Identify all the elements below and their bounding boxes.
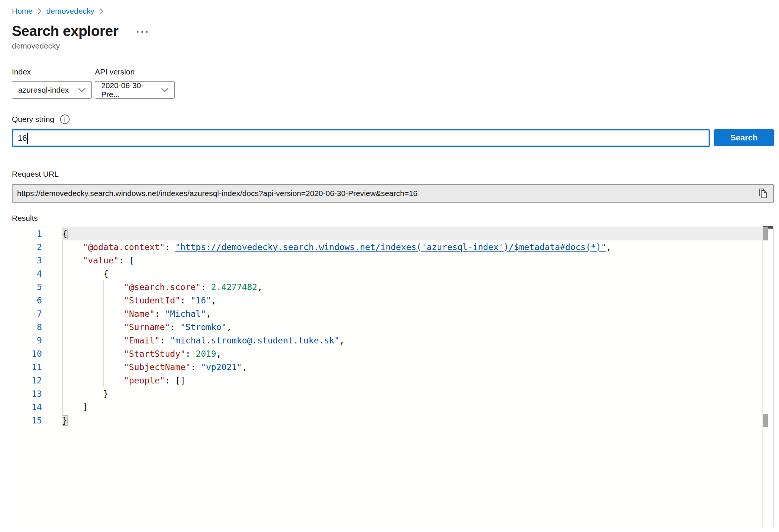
line-number: 8: [12, 320, 62, 334]
code-token: "vp2021": [201, 362, 242, 372]
request-url-value: https://demovedecky.search.windows.net/i…: [17, 189, 756, 198]
code-token: :: [165, 242, 175, 252]
indent-guide-line: [62, 267, 63, 280]
breadcrumb-item-demovedecky[interactable]: demovedecky: [46, 7, 95, 16]
code-token: : [: [119, 256, 134, 265]
code-line[interactable]: 4 {: [12, 267, 762, 280]
code-line-content: }: [62, 414, 762, 427]
overview-ruler-scrollbar[interactable]: [762, 226, 773, 527]
code-line[interactable]: 1{: [12, 227, 762, 240]
code-line[interactable]: 11 "SubjectName": "vp2021",: [12, 360, 762, 374]
line-number: 4: [12, 267, 62, 280]
indent-guide-line: [103, 320, 104, 334]
indent-guide-line: [103, 360, 104, 374]
code-line[interactable]: 10 "StartStudy": 2019,: [12, 347, 762, 360]
breadcrumb-chevron-icon: [99, 7, 104, 15]
code-line[interactable]: 9 "Email": "michal.stromko@.student.tuke…: [12, 334, 762, 347]
code-token: 2019: [196, 349, 216, 359]
code-token: ,: [242, 362, 247, 372]
indent-guide-line: [83, 294, 83, 307]
code-line-content: {: [62, 227, 762, 240]
line-number: 5: [12, 280, 62, 294]
controls-row: Index azuresql-index API version 2020-06…: [12, 67, 774, 99]
code-token: "16": [190, 296, 211, 305]
indent-guide-line: [62, 374, 63, 387]
line-number: 7: [12, 307, 62, 320]
code-line[interactable]: 8 "Surname": "Stromko",: [12, 320, 762, 334]
code-line[interactable]: 5 "@search.score": 2.4277482,: [12, 280, 762, 294]
indent-guide-line: [103, 347, 104, 360]
code-line-content: "@search.score": 2.4277482,: [62, 280, 762, 294]
search-explorer-page: Home demovedecky Search explorer ··· dem…: [0, 0, 779, 527]
code-token: "Email": [124, 336, 160, 345]
text-caret: [27, 133, 28, 144]
code-token: ,: [339, 336, 345, 345]
indent-guide-line: [103, 280, 104, 294]
breadcrumb: Home demovedecky: [12, 7, 774, 16]
index-label: Index: [12, 67, 92, 76]
code-line[interactable]: 3 "value": [: [12, 254, 762, 267]
api-version-label: API version: [95, 67, 175, 76]
code-line[interactable]: 7 "Name": "Michal",: [12, 307, 762, 320]
breadcrumb-item-home[interactable]: Home: [12, 7, 33, 16]
code-line-content: "SubjectName": "vp2021",: [62, 360, 762, 374]
code-line-content: "StartStudy": 2019,: [62, 347, 762, 360]
line-number: 12: [12, 374, 62, 387]
indent-guide-line: [62, 320, 63, 334]
code-token: ,: [216, 349, 221, 359]
indent-guide-line: [103, 334, 104, 347]
code-line[interactable]: 2 "@odata.context": "https://demovedecky…: [12, 240, 762, 254]
code-line[interactable]: 14 ]: [12, 400, 762, 414]
index-dropdown[interactable]: azuresql-index: [12, 81, 92, 99]
request-url-bar: https://demovedecky.search.windows.net/i…: [12, 184, 774, 203]
indent-guide-line: [83, 307, 83, 320]
breadcrumb-chevron-icon: [37, 7, 42, 15]
indent-guide-line: [62, 347, 63, 360]
line-number: 9: [12, 334, 62, 347]
code-line[interactable]: 15}: [12, 414, 762, 427]
indent-guide-line: [83, 320, 83, 334]
code-token: "StudentId": [124, 296, 180, 305]
code-token: "Name": [124, 309, 155, 319]
indent-guide-line: [83, 374, 83, 387]
indent-guide-line: [62, 280, 63, 294]
indent-guide-line: [62, 240, 63, 254]
line-number: 2: [12, 240, 62, 254]
code-token: "value": [83, 256, 119, 265]
copy-icon[interactable]: [756, 186, 770, 200]
code-token: }: [62, 416, 67, 425]
index-dropdown-value: azuresql-index: [18, 86, 69, 94]
code-line[interactable]: 12 "people": []: [12, 374, 762, 387]
code-line[interactable]: 13 }: [12, 387, 762, 400]
indent-guide-line: [62, 387, 63, 400]
bracket-match-marker: [763, 414, 768, 427]
code-token: :: [170, 322, 180, 332]
code-line-content: ]: [62, 400, 762, 414]
code-line[interactable]: 6 "StudentId": "16",: [12, 294, 762, 307]
line-number: 11: [12, 360, 62, 374]
info-icon[interactable]: [60, 114, 70, 124]
code-token: "Michal": [165, 309, 206, 319]
results-editor[interactable]: 1{2 "@odata.context": "https://demovedec…: [12, 226, 774, 527]
indent-guide-line: [62, 334, 63, 347]
code-token: {: [62, 229, 67, 239]
code-token: 2.4277482: [211, 282, 258, 292]
search-button[interactable]: Search: [714, 129, 774, 146]
query-input[interactable]: 16: [12, 129, 710, 147]
code-token: :: [185, 349, 196, 359]
api-version-dropdown[interactable]: 2020-06-30-Pre...: [95, 81, 175, 99]
odata-context-link[interactable]: "https://demovedecky.search.windows.net/…: [175, 242, 606, 252]
api-version-dropdown-value: 2020-06-30-Pre...: [101, 81, 158, 99]
indent-guide-line: [103, 374, 104, 387]
code-token: "StartStudy": [124, 349, 185, 359]
indent-guide-line: [62, 360, 63, 374]
code-token: "michal.stromko@.student.tuke.sk": [170, 336, 339, 345]
indent-guide-line: [62, 254, 63, 267]
more-menu-button[interactable]: ···: [135, 27, 151, 37]
code-line-content: "Surname": "Stromko",: [62, 320, 762, 334]
line-number: 6: [12, 294, 62, 307]
results-label: Results: [12, 214, 774, 223]
indent-guide-line: [62, 294, 63, 307]
code-line-content: {: [62, 267, 762, 280]
code-line-content: "StudentId": "16",: [62, 294, 762, 307]
